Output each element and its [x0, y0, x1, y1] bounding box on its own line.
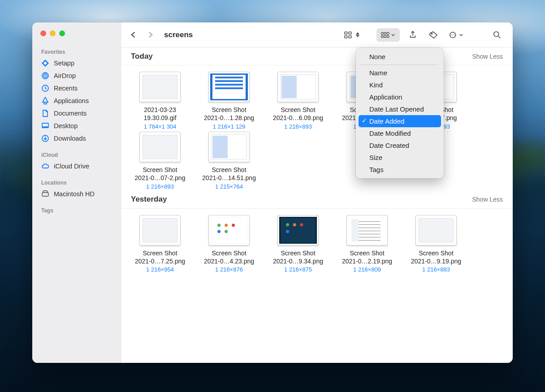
apps-icon	[41, 97, 49, 105]
documents-icon	[41, 109, 49, 117]
show-less-button[interactable]: Show Less	[472, 196, 503, 203]
share-button[interactable]	[405, 28, 420, 42]
back-button[interactable]	[127, 28, 139, 42]
file-name: Screen Shot2021-0…07-2.png	[127, 166, 193, 182]
file-thumbnail	[346, 215, 388, 246]
menu-item-kind[interactable]: Kind	[359, 79, 441, 91]
sidebar-group-header[interactable]: Locations	[32, 177, 121, 188]
sidebar: FavoritesSetappAirDropRecentsApplication…	[32, 22, 121, 363]
menu-item-date-last-opened[interactable]: Date Last Opened	[359, 103, 441, 115]
sidebar-item-label: Recents	[54, 85, 78, 92]
file-name: Screen Shot2021-0…9.34.png	[265, 250, 331, 266]
file-item[interactable]: Screen Shot2021-0…9.34.png1 216×875	[264, 215, 333, 273]
sidebar-item-setapp[interactable]: Setapp	[32, 57, 121, 69]
chevron-down-icon	[459, 31, 463, 39]
search-button[interactable]	[489, 28, 505, 42]
updown-chevron-icon	[356, 32, 359, 37]
forward-button[interactable]	[144, 28, 156, 42]
disk-icon	[41, 190, 49, 198]
file-grid: 2021-03-2319.30.09.gif1 784×1 304Screen …	[121, 65, 513, 191]
svg-rect-10	[349, 35, 351, 38]
file-dimensions: 1 216×883	[422, 266, 450, 273]
file-name: Screen Shot2021-0…2.19.png	[334, 250, 400, 266]
icloud-icon	[41, 162, 49, 170]
downloads-icon	[41, 134, 49, 142]
file-name: Screen Shot2021-0…9.19.png	[403, 250, 469, 266]
recents-icon	[41, 84, 49, 92]
chevron-down-icon	[391, 31, 395, 39]
file-thumbnail	[277, 215, 319, 246]
svg-point-19	[451, 34, 452, 35]
section-header: YesterdayShow Less	[121, 191, 513, 209]
svg-rect-14	[381, 35, 383, 37]
sidebar-group-header[interactable]: Tags	[32, 205, 121, 215]
sidebar-item-airdrop[interactable]: AirDrop	[32, 69, 121, 82]
file-item[interactable]: Screen Shot2021-0…6.09.png1 216×893	[264, 72, 333, 130]
menu-item-date-modified[interactable]: Date Modified	[359, 127, 441, 139]
file-item[interactable]: 2021-03-2319.30.09.gif1 784×1 304	[125, 72, 195, 130]
sidebar-group-header[interactable]: Favorites	[32, 46, 121, 57]
file-thumbnail	[139, 215, 181, 246]
file-dimensions: 1 216×954	[146, 266, 174, 273]
file-thumbnail	[139, 132, 181, 162]
file-item[interactable]: Screen Shot2021-0…7.25.png1 216×954	[125, 215, 195, 273]
sidebar-item-label: Desktop	[54, 122, 78, 129]
sidebar-item-icloud-drive[interactable]: iCloud Drive	[32, 160, 121, 172]
file-item[interactable]: Screen Shot2021-0…1.28.png1 216×1 129	[195, 72, 264, 130]
airdrop-icon	[41, 72, 49, 80]
section-title: Today	[131, 52, 153, 61]
sidebar-item-recents[interactable]: Recents	[32, 82, 121, 95]
close-window-button[interactable]	[40, 30, 46, 36]
file-dimensions: 1 216×875	[284, 266, 312, 273]
minimize-window-button[interactable]	[50, 30, 56, 36]
file-item[interactable]: Screen Shot2021-0…4.23.png1 216×876	[195, 215, 264, 273]
menu-item-tags[interactable]: Tags	[359, 164, 441, 176]
sidebar-group-header[interactable]: iCloud	[32, 149, 121, 160]
file-content[interactable]: TodayShow Less2021-03-2319.30.09.gif1 78…	[121, 47, 513, 363]
file-item[interactable]: Screen Shot2021-0…2.19.png1 216×809	[333, 215, 402, 273]
menu-item-application[interactable]: Application	[359, 91, 441, 103]
sidebar-item-documents[interactable]: Documents	[32, 107, 121, 120]
folder-title: screens	[164, 30, 193, 39]
svg-point-17	[431, 33, 433, 34]
section-header: TodayShow Less	[121, 47, 513, 65]
sidebar-item-label: iCloud Drive	[54, 163, 89, 170]
menu-item-date-added[interactable]: Date Added	[359, 115, 441, 127]
file-name: Screen Shot2021-0…6.09.png	[265, 106, 331, 122]
file-name: Screen Shot2021-0…14.51.png	[196, 166, 262, 182]
file-dimensions: 1 216×876	[215, 266, 243, 273]
file-thumbnail	[208, 132, 250, 162]
file-item[interactable]: Screen Shot2021-0…14.51.png1 215×764	[195, 132, 264, 190]
file-dimensions: 1 216×809	[353, 266, 381, 273]
file-dimensions: 1 216×893	[146, 183, 174, 190]
sidebar-item-label: Documents	[54, 110, 87, 117]
file-thumbnail	[208, 72, 250, 102]
svg-point-20	[452, 34, 453, 35]
sidebar-item-label: Setapp	[54, 60, 74, 67]
file-name: 2021-03-2319.30.09.gif	[127, 106, 193, 122]
menu-item-date-created[interactable]: Date Created	[359, 139, 441, 151]
toolbar: screens	[121, 22, 513, 47]
show-less-button[interactable]: Show Less	[472, 53, 503, 60]
svg-rect-9	[345, 35, 347, 38]
sidebar-item-downloads[interactable]: Downloads	[32, 132, 121, 145]
section-title: Yesterday	[131, 195, 167, 204]
zoom-window-button[interactable]	[59, 30, 65, 36]
view-switcher[interactable]	[342, 28, 362, 42]
sidebar-item-applications[interactable]: Applications	[32, 95, 121, 107]
more-button[interactable]	[446, 28, 466, 42]
file-thumbnail	[208, 215, 250, 246]
svg-point-2	[45, 75, 46, 77]
menu-item-none[interactable]: None	[359, 51, 441, 63]
sidebar-item-macintosh-hd[interactable]: Macintosh HD	[32, 188, 121, 200]
tags-button[interactable]	[426, 28, 441, 42]
setapp-icon	[41, 59, 49, 67]
sidebar-item-label: Macintosh HD	[54, 190, 95, 198]
file-item[interactable]: Screen Shot2021-0…07-2.png1 216×893	[125, 132, 195, 190]
menu-item-name[interactable]: Name	[359, 67, 441, 79]
menu-item-size[interactable]: Size	[359, 151, 441, 164]
svg-rect-7	[345, 32, 347, 34]
group-by-button[interactable]	[376, 28, 400, 42]
file-item[interactable]: Screen Shot2021-0…9.19.png1 216×883	[402, 215, 471, 273]
sidebar-item-desktop[interactable]: Desktop	[32, 120, 121, 132]
